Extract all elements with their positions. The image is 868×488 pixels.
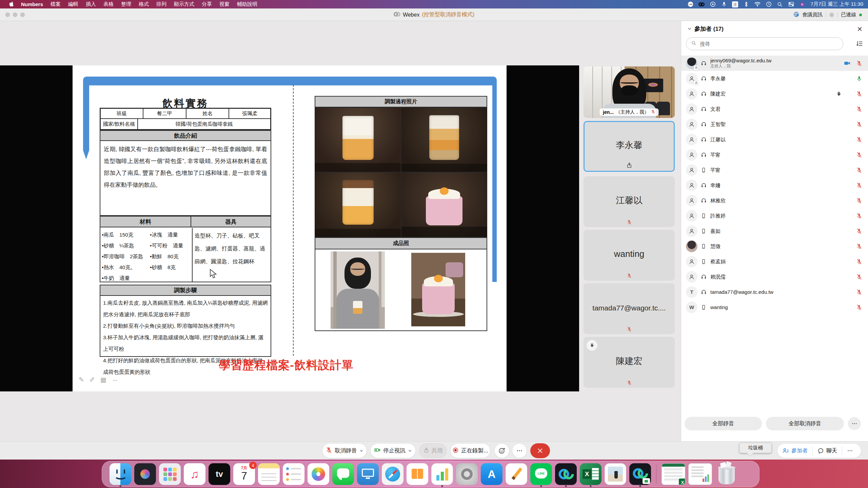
participant-row[interactable]: 芊甯	[681, 162, 868, 178]
time-machine-icon[interactable]	[766, 1, 772, 7]
menu-clock[interactable]: 7月7日 週三 上午 11:30	[810, 1, 863, 7]
mic-muted-icon[interactable]	[856, 274, 862, 280]
menu-item[interactable]: 表格	[100, 1, 117, 7]
participant-row[interactable]: 江馨以	[681, 132, 868, 147]
dock-webex-meetings-app-icon[interactable]	[629, 463, 651, 485]
menu-item[interactable]: 整理	[117, 1, 135, 7]
menu-item[interactable]: 視窗	[216, 1, 233, 7]
mic-muted-icon[interactable]	[856, 243, 862, 249]
participant-row[interactable]: 許雅婷	[681, 208, 868, 223]
mic-status-icon[interactable]	[721, 1, 727, 7]
chevron-down-icon[interactable]	[359, 448, 363, 454]
share-button[interactable]: 共用	[419, 443, 447, 458]
participant-row[interactable]: 幸姍	[681, 178, 868, 193]
mic-muted-icon[interactable]	[856, 304, 862, 310]
dock-webex-app-icon[interactable]	[555, 463, 577, 485]
bluetooth-icon[interactable]	[743, 1, 749, 7]
stop-video-button[interactable]: 停止視訊	[370, 443, 416, 458]
participant-row[interactable]: jenny069@wagor.tc.edu.tw主持人，我	[681, 56, 868, 71]
participant-row[interactable]: 慧徵	[681, 239, 868, 254]
participant-row[interactable]: 芊甯	[681, 147, 868, 162]
input-method-icon[interactable]: 注	[732, 1, 738, 7]
mic-muted-icon[interactable]	[856, 106, 862, 112]
connection-device-icon[interactable]	[829, 12, 834, 18]
pen-icon[interactable]: ✐	[90, 376, 95, 384]
participant-row[interactable]: 嘉如	[681, 223, 868, 239]
participant-row[interactable]: 文君	[681, 101, 868, 117]
participant-row[interactable]: 王智聖	[681, 117, 868, 132]
panel-more-button[interactable]	[842, 446, 858, 455]
menu-item[interactable]: 插入	[82, 1, 100, 7]
wifi-icon[interactable]	[754, 1, 761, 7]
dock-pages-app-icon[interactable]	[506, 463, 527, 485]
participant-row[interactable]: 陳建宏	[681, 86, 868, 101]
participant-row[interactable]: Ttamada77@wagor.tc.edu.tw	[681, 284, 868, 300]
search-input[interactable]	[699, 41, 838, 47]
dock-numbers-app-icon[interactable]	[431, 463, 453, 485]
more-options-button[interactable]	[512, 443, 527, 458]
menu-item[interactable]: 分享	[198, 1, 216, 7]
unmute-all-button[interactable]: 全部取消靜音	[766, 417, 844, 430]
participant-row[interactable]: Wwanting	[681, 300, 868, 315]
video-on-icon[interactable]	[844, 60, 851, 67]
mic-muted-icon[interactable]	[856, 213, 862, 219]
reactions-button[interactable]	[494, 443, 509, 458]
dock-photos-app-icon[interactable]	[308, 463, 329, 485]
line-status-icon[interactable]: LINE	[687, 1, 693, 7]
video-placeholder-tile[interactable]: tamada77@wagor.tc....	[584, 283, 675, 334]
dock-tv-app-icon[interactable]: tv	[209, 463, 230, 485]
dock-dark-app-app-icon[interactable]	[134, 463, 156, 485]
participants-toggle-button[interactable]: 參加者	[777, 446, 812, 455]
mute-all-button[interactable]: 全部靜音	[685, 417, 762, 430]
mic-muted-icon[interactable]	[856, 167, 862, 173]
video-placeholder-tile[interactable]: 江馨以	[584, 176, 675, 227]
menu-item[interactable]: 排列	[153, 1, 170, 7]
mic-muted-icon[interactable]	[856, 137, 862, 143]
mic-muted-icon[interactable]	[856, 259, 862, 265]
dock-display-app-app-icon[interactable]	[357, 463, 379, 485]
grid-icon[interactable]: ▦	[100, 376, 106, 384]
sort-participants-icon[interactable]	[856, 40, 863, 47]
mic-muted-icon[interactable]	[856, 152, 862, 158]
unmute-button[interactable]: 取消靜音	[322, 443, 367, 458]
spotlight-icon[interactable]	[777, 1, 783, 7]
resize-icon[interactable]: ↔	[112, 376, 118, 384]
mic-muted-icon[interactable]	[856, 198, 862, 204]
dock-safari-app-icon[interactable]	[382, 463, 403, 485]
dock-excel-app-icon[interactable]: X	[580, 463, 601, 485]
chat-toggle-button[interactable]: 聊天	[812, 446, 842, 455]
participant-search[interactable]	[686, 37, 843, 50]
pencil-icon[interactable]: ✎	[79, 376, 84, 384]
mic-muted-icon[interactable]	[856, 182, 862, 188]
dock-minimized-window-1-app-icon[interactable]: X	[662, 463, 685, 485]
menu-item[interactable]: 檔案	[47, 1, 64, 7]
participants-more-button[interactable]	[848, 417, 861, 430]
participant-row[interactable]: 蔡孟娟	[681, 254, 868, 269]
dock-trash-icon[interactable]	[715, 463, 739, 485]
dock-appstore-app-icon[interactable]: A	[481, 463, 502, 485]
chevron-down-icon[interactable]	[408, 448, 412, 454]
mic-on-icon[interactable]	[856, 76, 862, 82]
video-placeholder-tile[interactable]: wanting	[584, 230, 675, 281]
video-placeholder-tile[interactable]: 李永馨	[584, 121, 675, 172]
dock-calendar-app-icon[interactable]: 7月74	[233, 463, 255, 485]
menu-item[interactable]: 格式	[135, 1, 153, 7]
menu-item[interactable]: 輔助說明	[233, 1, 261, 7]
active-app-name[interactable]: Numbers	[17, 1, 47, 7]
mic-muted-icon[interactable]	[856, 228, 862, 234]
menu-item[interactable]: 編輯	[64, 1, 82, 7]
participant-row[interactable]: 林雅欣	[681, 193, 868, 208]
play-status-icon[interactable]	[710, 1, 716, 7]
close-panel-icon[interactable]: ✕	[857, 25, 863, 33]
app-dot-icon[interactable]	[799, 1, 805, 7]
recording-button[interactable]: 正在錄製...	[450, 443, 490, 458]
dock-notes-app-icon[interactable]	[258, 463, 280, 485]
dock-books-app-icon[interactable]	[407, 463, 428, 485]
dock-line-app-icon[interactable]: LINE	[530, 463, 552, 485]
mic-muted-icon[interactable]	[856, 289, 862, 295]
dock-launchpad-app-icon[interactable]	[159, 463, 181, 485]
participant-row[interactable]: 賴泯儒	[681, 269, 868, 284]
webex-status-icon[interactable]	[698, 1, 705, 7]
mic-muted-icon[interactable]	[856, 91, 862, 97]
control-center-icon[interactable]	[788, 1, 794, 7]
